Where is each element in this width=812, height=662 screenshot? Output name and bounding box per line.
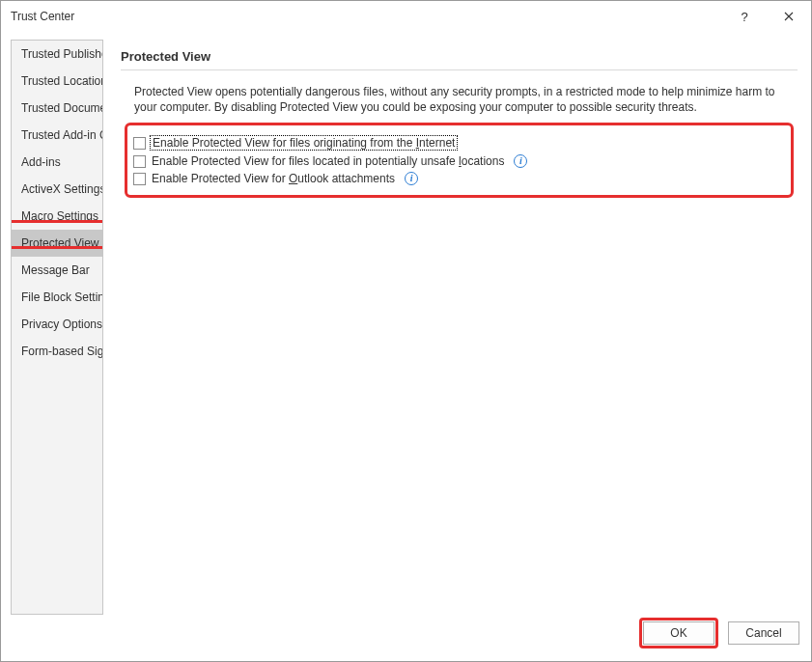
sidebar-item-protected-view[interactable]: Protected View — [12, 230, 102, 257]
sidebar-item-trusted-publishers[interactable]: Trusted Publishers — [12, 41, 102, 68]
sidebar-item-activex-settings[interactable]: ActiveX Settings — [12, 176, 102, 203]
sidebar-item-privacy-options[interactable]: Privacy Options — [12, 311, 102, 338]
info-icon[interactable]: i — [405, 172, 418, 185]
checkbox-unsafe-locations[interactable] — [133, 155, 146, 168]
category-sidebar: Trusted Publishers Trusted Locations Tru… — [11, 40, 103, 615]
options-highlight-box: Enable Protected View for files originat… — [125, 123, 794, 198]
dialog-footer: OK Cancel — [1, 615, 811, 661]
option-internet: Enable Protected View for files originat… — [133, 133, 781, 152]
sidebar-item-form-based-signin[interactable]: Form-based Sign-in — [12, 338, 102, 365]
main-panel: Protected View Protected View opens pote… — [121, 40, 801, 615]
checkbox-internet[interactable] — [133, 137, 146, 150]
sidebar-item-add-ins[interactable]: Add-ins — [12, 149, 102, 176]
option-unsafe-locations: Enable Protected View for files located … — [133, 152, 781, 170]
titlebar: Trust Center ? — [1, 1, 811, 32]
sidebar-item-message-bar[interactable]: Message Bar — [12, 257, 102, 284]
dialog-body: Trusted Publishers Trusted Locations Tru… — [1, 32, 811, 615]
section-description: Protected View opens potentially dangero… — [121, 70, 801, 123]
sidebar-item-trusted-locations[interactable]: Trusted Locations — [12, 68, 102, 95]
option-outlook-attachments-label: Enable Protected View for Outlook attach… — [152, 172, 395, 185]
section-header: Protected View — [121, 49, 798, 70]
trust-center-dialog: Trust Center ? Trusted Publishers Truste… — [0, 0, 812, 662]
sidebar-item-trusted-documents[interactable]: Trusted Documents — [12, 95, 102, 122]
info-icon[interactable]: i — [514, 154, 527, 168]
sidebar-item-trusted-addin-catalogs[interactable]: Trusted Add-in Catalogs — [12, 122, 102, 149]
sidebar-item-file-block-settings[interactable]: File Block Settings — [12, 284, 102, 311]
sidebar-item-macro-settings[interactable]: Macro Settings — [12, 203, 102, 230]
close-button[interactable] — [767, 1, 811, 32]
option-unsafe-locations-label: Enable Protected View for files located … — [152, 154, 504, 168]
checkbox-outlook-attachments[interactable] — [133, 173, 146, 185]
window-title: Trust Center — [11, 10, 74, 23]
annotation-highlight: OK — [639, 618, 718, 648]
close-icon — [784, 12, 794, 21]
option-outlook-attachments: Enable Protected View for Outlook attach… — [133, 170, 781, 187]
cancel-button[interactable]: Cancel — [728, 621, 799, 645]
help-button[interactable]: ? — [722, 1, 767, 32]
option-internet-label: Enable Protected View for files originat… — [150, 135, 458, 151]
window-controls: ? — [722, 1, 811, 32]
ok-button[interactable]: OK — [643, 621, 714, 645]
